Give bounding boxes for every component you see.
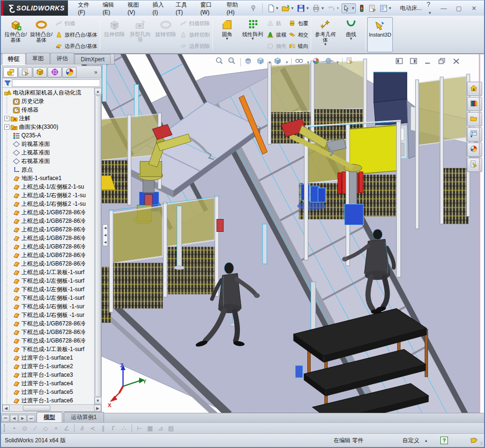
ribbon-linear-pattern-button[interactable]: 线性阵列▼ bbox=[240, 17, 266, 52]
featuremanager-tab[interactable] bbox=[3, 67, 18, 77]
conveyor-leg[interactable] bbox=[102, 60, 106, 102]
tree-vertical-scrollbar[interactable]: ▲ ▼ bbox=[94, 88, 101, 404]
tree-item-9[interactable]: 原点 bbox=[2, 165, 94, 174]
close-button[interactable]: ✕ bbox=[468, 4, 480, 12]
caret-down-icon[interactable]: ▼ bbox=[268, 60, 272, 65]
options-list-button[interactable]: ▼ bbox=[379, 3, 393, 13]
ribbon-revolve-boss-button[interactable]: 旋转凸台/基体 bbox=[29, 17, 54, 52]
ribbon-reference-geometry-button[interactable]: 参考几何体▼ bbox=[313, 17, 338, 52]
tree-item-29[interactable]: 下框总成-1/GB6728-86冷 bbox=[2, 336, 94, 345]
tree-item-18[interactable]: 上框总成-1/GB6728-86冷 bbox=[2, 242, 94, 251]
file-properties-button[interactable] bbox=[368, 3, 378, 13]
pin-menu-icon[interactable] bbox=[249, 4, 257, 12]
tree-item-12[interactable]: 上框总成-1/右侧板2 -1-su bbox=[2, 191, 94, 200]
tree-item-2[interactable]: 传感器 bbox=[2, 105, 94, 114]
caret-down-icon[interactable]: ▼ bbox=[388, 6, 392, 10]
scroll-up-icon[interactable]: ▲ bbox=[95, 88, 102, 95]
caret-down-icon[interactable]: ▼ bbox=[323, 43, 327, 47]
doc-close-button[interactable] bbox=[451, 57, 461, 65]
viewport-props-button[interactable] bbox=[346, 57, 355, 68]
hide-show-items-button[interactable] bbox=[295, 57, 304, 68]
scroll-left-icon[interactable]: ◀ bbox=[2, 405, 10, 412]
ribbon-extrude-boss-button[interactable]: 拉伸凸台/基体 bbox=[3, 17, 29, 52]
ribbon-instant3d-button[interactable]: Instant3D bbox=[367, 17, 393, 52]
caret-down-icon[interactable]: ▼ bbox=[336, 60, 340, 65]
tree-item-35[interactable]: 过渡平台-1-surface5 bbox=[2, 388, 94, 396]
tree-item-13[interactable]: 上框总成-1/右侧板2 -1-su bbox=[2, 200, 94, 208]
menu-item-2[interactable]: 视图(V) bbox=[124, 0, 149, 18]
print-button[interactable]: ▼ bbox=[311, 3, 325, 13]
tree-item-28[interactable]: 下框总成-1/GB6728-86冷 bbox=[2, 328, 94, 336]
tree-item-10[interactable]: 地面-1-surface1 bbox=[2, 174, 94, 182]
tree-item-3[interactable]: +A注解 bbox=[2, 114, 94, 123]
tab-nav-2[interactable]: ▶ bbox=[19, 415, 27, 422]
conveyor-leg[interactable] bbox=[134, 85, 139, 119]
tab-模型[interactable]: 模型 bbox=[37, 412, 62, 422]
tree-horizontal-scrollbar[interactable]: ◀ ▶ bbox=[2, 404, 101, 411]
view-orientation-button[interactable] bbox=[257, 57, 266, 68]
tree-item-31[interactable]: 过渡平台-1-surface1 bbox=[2, 353, 94, 362]
tree-item-32[interactable]: 过渡平台-1-surface2 bbox=[2, 362, 94, 371]
doc-minimize-button[interactable] bbox=[422, 57, 433, 65]
expand-icon[interactable]: + bbox=[4, 116, 10, 121]
caret-down-icon[interactable]: ▼ bbox=[306, 60, 310, 65]
ribbon-draft-button[interactable]: 拔模 bbox=[266, 30, 286, 39]
undo-button[interactable]: ▼ bbox=[326, 3, 341, 13]
ribbon-mirror-button[interactable]: 镜向 bbox=[288, 41, 308, 51]
task-pane-edge[interactable] bbox=[479, 54, 480, 413]
caret-down-icon[interactable]: ▼ bbox=[251, 37, 255, 41]
tree-item-36[interactable]: 过渡平台-1-surface6 bbox=[2, 396, 94, 404]
caret-down-icon[interactable]: ▼ bbox=[351, 6, 355, 10]
quick-tips-icon[interactable]: ? bbox=[440, 437, 448, 444]
tree-item-15[interactable]: 上框总成-1/GB6728-86冷 bbox=[2, 217, 94, 225]
dimxpertmanager-tab[interactable] bbox=[48, 67, 62, 77]
restore-button[interactable]: ▢ bbox=[453, 4, 465, 12]
menu-item-6[interactable]: 帮助(H) bbox=[222, 0, 247, 18]
expand-icon[interactable]: + bbox=[4, 124, 10, 130]
panel-splitter[interactable]: ◀◀◀ bbox=[103, 224, 108, 246]
tab-nav-1[interactable]: ◀ bbox=[10, 415, 18, 422]
save-button[interactable]: ▼ bbox=[296, 3, 310, 13]
caret-down-icon[interactable]: ▼ bbox=[285, 60, 289, 65]
scroll-down-icon[interactable]: ▼ bbox=[95, 397, 102, 404]
scroll-right-icon[interactable]: ▶ bbox=[94, 405, 101, 412]
caret-down-icon[interactable]: ▼ bbox=[305, 6, 309, 10]
menu-item-0[interactable]: 文件(F) bbox=[74, 0, 98, 18]
caret-down-icon[interactable]: ▼ bbox=[290, 6, 294, 10]
tab-nav-3[interactable]: ⏭ bbox=[27, 415, 35, 422]
tree-item-17[interactable]: 上框总成-1/GB6728-86冷 bbox=[2, 234, 94, 242]
tree-item-8[interactable]: 右视基准面 bbox=[2, 157, 94, 165]
caret-down-icon[interactable]: ▼ bbox=[336, 6, 340, 10]
doc-restore-button[interactable] bbox=[437, 57, 447, 65]
tree-item-27[interactable]: 下框总成-1/GB6728-86冷 bbox=[2, 319, 94, 328]
tree-filter-input[interactable] bbox=[12, 79, 100, 87]
tree-item-21[interactable]: 上框总成-1/工装板-1-surf bbox=[2, 268, 94, 276]
tree-item-20[interactable]: 上框总成-1/GB6728-86冷 bbox=[2, 259, 94, 268]
tree-item-25[interactable]: 下框总成-1/右侧板 -1-sur bbox=[2, 302, 94, 311]
ribbon-curves-button[interactable]: 曲线▼ bbox=[338, 17, 364, 52]
tree-item-33[interactable]: 过渡平台-1-surface3 bbox=[2, 371, 94, 379]
ribbon-wrap-button[interactable]: 包覆 bbox=[288, 19, 308, 28]
configurationmanager-tab[interactable] bbox=[33, 67, 47, 77]
toolbar-grip[interactable] bbox=[4, 424, 6, 432]
doc-pane-left-button[interactable] bbox=[394, 57, 404, 65]
panel-chevron-icon[interactable]: » bbox=[94, 69, 97, 76]
tree-item-34[interactable]: 过渡平台-1-surface4 bbox=[2, 379, 94, 388]
tree-item-26[interactable]: 下框总成-1/右侧板 -1-sur bbox=[2, 311, 94, 319]
ribbon-boundary-boss-button[interactable]: 边界凸台/基体 bbox=[55, 41, 97, 51]
tree-item-5[interactable]: Q235-A bbox=[2, 131, 94, 140]
menu-item-3[interactable]: 插入(I) bbox=[148, 0, 171, 18]
tree-item-7[interactable]: 上视基准面 bbox=[2, 148, 94, 157]
ribbon-loft-boss-button[interactable]: 放样凸台/基体 bbox=[55, 30, 97, 39]
caret-down-icon[interactable]: ▼ bbox=[349, 37, 353, 41]
tree-item-0[interactable]: !电动床框架机器人自动化流 bbox=[2, 88, 94, 97]
tree-item-1[interactable]: 历史记录 bbox=[2, 97, 94, 105]
caret-down-icon[interactable]: ▼ bbox=[276, 6, 279, 10]
displaymanager-tab[interactable] bbox=[62, 67, 76, 77]
tab-特征[interactable]: 特征 bbox=[2, 53, 26, 65]
tree-item-14[interactable]: 上框总成-1/GB6728-86冷 bbox=[2, 208, 94, 217]
scroll-thumb[interactable] bbox=[95, 95, 101, 397]
tab-nav-0[interactable]: ⏮ bbox=[1, 415, 10, 422]
select-cursor-button[interactable]: ▼ bbox=[342, 3, 356, 13]
menu-item-4[interactable]: 工具(T) bbox=[171, 0, 196, 18]
